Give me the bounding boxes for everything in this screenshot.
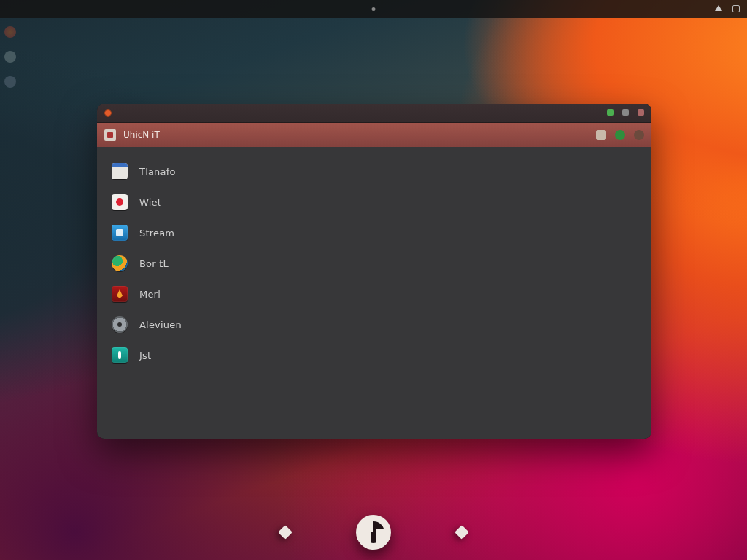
app-item-label: Aleviuen xyxy=(139,319,182,330)
app-item-label: Bor tL xyxy=(139,258,169,269)
window-titlebar[interactable] xyxy=(97,104,651,122)
gear-icon xyxy=(112,316,128,332)
list-item[interactable]: Aleviuen xyxy=(97,311,651,338)
application-list: Tlanafo Wiet Stream Bor tL Merl xyxy=(97,158,651,369)
app-item-label: Wiet xyxy=(139,197,161,208)
app-item-label: Jst xyxy=(139,350,151,361)
list-item[interactable]: Bor tL xyxy=(97,249,651,277)
window-title: UhicN iT xyxy=(123,130,160,140)
swirl-icon xyxy=(112,255,128,271)
calendar-icon xyxy=(112,163,128,179)
app-badge-icon xyxy=(104,129,116,141)
window-header: UhicN iT xyxy=(97,122,651,147)
list-item[interactable]: Jst xyxy=(97,341,651,369)
diamond-indicator-icon[interactable] xyxy=(454,525,469,540)
list-item[interactable]: Merl xyxy=(97,280,651,308)
cube-icon xyxy=(112,225,128,241)
os-logo-icon[interactable] xyxy=(356,515,391,550)
app-item-label: Tlanafo xyxy=(139,166,176,177)
sound-icon[interactable] xyxy=(715,5,722,11)
bottom-dock xyxy=(280,515,467,550)
launcher-icon[interactable] xyxy=(4,76,16,88)
bookmark-icon[interactable] xyxy=(596,130,606,140)
launcher-icon[interactable] xyxy=(4,51,16,63)
network-icon[interactable] xyxy=(732,5,740,12)
status-indicator-icon[interactable] xyxy=(607,109,614,116)
app-item-label: Merl xyxy=(139,289,160,300)
teal-icon xyxy=(112,347,128,363)
topbar-right-tray[interactable] xyxy=(715,5,740,12)
list-item[interactable]: Tlanafo xyxy=(97,158,651,185)
close-icon[interactable] xyxy=(104,109,112,117)
window-body: Tlanafo Wiet Stream Bor tL Merl xyxy=(97,147,651,439)
list-item[interactable]: Stream xyxy=(97,219,651,246)
camera-indicator-icon xyxy=(372,7,376,11)
status-indicator-icon[interactable] xyxy=(615,130,625,140)
application-launcher-window: UhicN iT Tlanafo Wiet S xyxy=(97,104,651,439)
flame-icon xyxy=(112,286,128,302)
system-top-bar xyxy=(0,0,747,18)
menu-icon[interactable] xyxy=(622,109,629,116)
desktop-left-icons xyxy=(4,26,16,88)
launcher-icon[interactable] xyxy=(4,26,16,38)
diamond-indicator-icon[interactable] xyxy=(278,525,293,540)
topbar-center xyxy=(372,7,376,11)
refresh-icon[interactable] xyxy=(634,130,644,140)
settings-icon[interactable] xyxy=(638,109,644,116)
camera-icon xyxy=(112,194,128,210)
list-item[interactable]: Wiet xyxy=(97,188,651,216)
desktop: UhicN iT Tlanafo Wiet S xyxy=(0,0,747,560)
app-item-label: Stream xyxy=(139,228,174,238)
